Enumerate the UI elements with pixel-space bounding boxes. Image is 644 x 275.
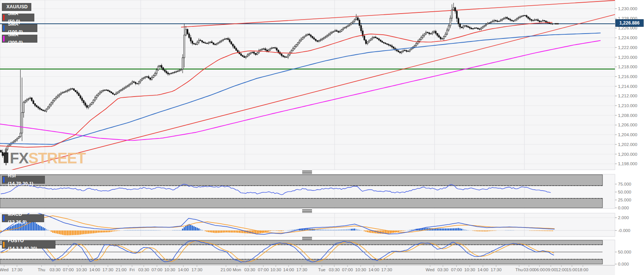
time-axis-label: 03:30 — [329, 267, 340, 272]
time-axis-label: Wed — [0, 267, 9, 272]
time-axis-label: 07:00 — [63, 267, 74, 272]
macd-axis-tick: -0.000 — [618, 228, 630, 233]
price-axis-tick: 1,222.000 — [618, 45, 637, 50]
time-axis-label: 09:00 — [546, 267, 556, 272]
watermark-fx: FX — [10, 151, 28, 165]
time-axis-label: 03:30 — [50, 267, 61, 272]
price-axis-tick: 1,210.000 — [618, 103, 637, 108]
time-axis-label: 14:00 — [478, 267, 489, 272]
price-axis-tick: 1,218.000 — [618, 65, 637, 69]
time-axis-label: 17:30 — [491, 267, 502, 272]
time-axis-label: 17:30 — [192, 267, 203, 272]
time-axis-label: 10:30 — [464, 267, 475, 272]
rsi-axis-tick: 0.000 — [618, 206, 629, 210]
panel-resize-grip-1[interactable] — [302, 171, 312, 174]
fusto-color-swatch — [3, 242, 5, 247]
rsi-axis-tick: 75.000 — [618, 182, 631, 186]
rsi-label: RSI (14,70,30,1) — [8, 172, 41, 188]
price-axis-tick: 1,214.000 — [618, 84, 637, 89]
price-axis-tick: 1,224.000 — [618, 35, 637, 40]
fxstreet-watermark: FX STREET — [3, 150, 86, 165]
time-axis-label: 07:00 — [451, 267, 462, 272]
time-axis-label: Thu — [38, 267, 45, 272]
time-axis-label: Tue — [318, 267, 325, 272]
rsi-overbought-band — [0, 175, 603, 186]
time-axis-label: Mon — [233, 267, 241, 272]
sma200-label: SMA (200,0) — [8, 31, 34, 47]
time-axis-label: 10:30 — [76, 267, 87, 272]
time-axis-label: 14:00 — [369, 267, 380, 272]
panel-resize-grip-3[interactable] — [302, 237, 312, 240]
fusto-indicator-chip[interactable]: FUSTO (14,3,3,80,20) — [2, 241, 55, 249]
legend-chip-sma200[interactable]: SMA (200,0) — [2, 35, 37, 43]
fxstreet-logo-candle-icon — [3, 150, 9, 165]
price-axis-tick: 1,206.000 — [618, 123, 637, 127]
time-axis-label: 18:00 — [578, 267, 589, 272]
time-axis-label: 03:30 — [138, 267, 149, 272]
time-axis-label: 21:00 — [116, 267, 127, 272]
time-axis-label: 21:00 — [221, 267, 232, 272]
time-axis-label: 06:00 — [534, 267, 545, 272]
time-axis-label: 03:00 — [524, 267, 535, 272]
price-axis-tick: 1,204.000 — [618, 132, 637, 137]
time-axis-label: 14:00 — [89, 267, 100, 272]
sma100-color-swatch — [3, 25, 5, 31]
time-axis-label: Fri — [129, 267, 134, 272]
time-axis-label: 17:30 — [297, 267, 307, 272]
time-axis-label: 07:00 — [258, 267, 269, 272]
time-axis-label: 12:00 — [556, 267, 567, 272]
stoch-upper-band — [0, 240, 603, 245]
price-axis-tick: 1,208.000 — [618, 113, 637, 118]
time-axis-label: 17:30 — [381, 267, 392, 272]
current-price-dash — [555, 23, 559, 25]
rsi-axis-tick: 25.000 — [618, 198, 631, 202]
price-axis-tick: 1,202.000 — [618, 142, 637, 147]
sma200-color-swatch — [3, 36, 5, 41]
price-axis-tick: 1,200.000 — [618, 152, 637, 157]
time-axis-label: 10:30 — [164, 267, 175, 272]
last-price-badge: 1,226.886 — [615, 19, 644, 27]
watermark-street: STREET — [28, 151, 86, 165]
chart-canvas[interactable]: 1,230.0001,228.0001,226.0001,224.0001,22… — [0, 0, 644, 275]
time-axis-label: Thu — [515, 267, 523, 272]
time-axis-label: Wed — [426, 267, 434, 272]
time-axis-label: 14:00 — [178, 267, 189, 272]
time-axis-label: 15:00 — [567, 267, 578, 272]
trading-chart-window: 1,230.0001,228.0001,226.0001,224.0001,22… — [0, 0, 644, 275]
time-axis-label: 14:00 — [283, 267, 294, 272]
sma50-color-swatch — [3, 15, 5, 20]
time-axis-label: 10:30 — [355, 267, 366, 272]
fusto-axis-tick: 0.000 — [618, 262, 629, 266]
panel-resize-grip-2[interactable] — [302, 209, 312, 213]
time-axis-label: 10:30 — [271, 267, 281, 272]
rsi-indicator-chip[interactable]: RSI (14,70,30,1) — [2, 176, 45, 184]
macd-indicator-chip[interactable]: MACD (12,26,9) — [2, 214, 44, 222]
rsi-oversold-band — [0, 198, 603, 208]
time-axis-label: 17:30 — [103, 267, 114, 272]
price-axis-tick: 1,212.000 — [618, 94, 637, 98]
time-axis-label: 17:30 — [12, 267, 23, 272]
fusto-axis-tick: 50.000 — [618, 250, 631, 254]
rsi-axis-tick: 50.000 — [618, 190, 631, 194]
fusto-label: FUSTO (14,3,3,80,20) — [8, 237, 52, 253]
price-axis-tick: 1,198.000 — [618, 161, 637, 166]
time-axis-label: 07:00 — [152, 267, 163, 272]
time-axis-label: 03:30 — [438, 267, 449, 272]
price-axis-tick: 1,220.000 — [618, 55, 637, 60]
macd-color-swatch — [3, 215, 5, 221]
price-axis-tick: 1,216.000 — [618, 74, 637, 79]
time-axis-label: 07:00 — [342, 267, 353, 272]
macd-axis-tick: 2.000 — [618, 215, 629, 220]
rsi-color-swatch — [3, 177, 5, 183]
price-axis-tick: 1,230.000 — [618, 6, 637, 11]
macd-label: MACD (12,26,9) — [8, 210, 40, 226]
time-axis-label: 03:30 — [244, 267, 255, 272]
